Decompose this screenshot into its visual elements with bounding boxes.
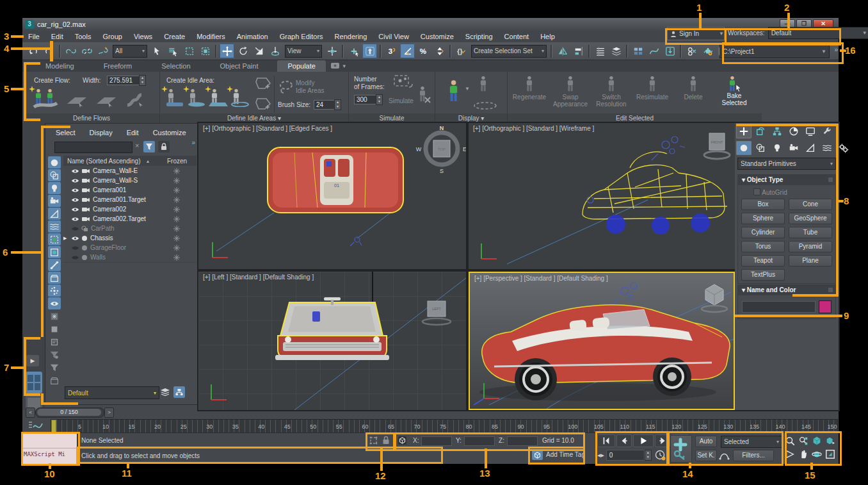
explorer-row-camera002.target[interactable]: Camera002.Target	[63, 214, 197, 224]
select-by-name-icon[interactable]	[166, 44, 181, 58]
angle-snap-icon[interactable]	[400, 44, 415, 58]
idle-standing-button[interactable]	[209, 88, 228, 107]
lock-explorer-icon[interactable]	[158, 141, 170, 152]
object-type-button-geosphere[interactable]: GeoSphere	[789, 213, 832, 224]
frozen-toggle-icon[interactable]	[173, 206, 180, 213]
brush-size-spinner[interactable]: ▲▼	[334, 99, 341, 110]
menu-civil-view[interactable]: Civil View	[373, 31, 414, 42]
category-dropdown[interactable]: Standard Primitives ▾	[737, 158, 836, 170]
visibility-eye-icon[interactable]	[71, 187, 79, 193]
frames-field[interactable]: 300	[354, 95, 377, 104]
display-people-button[interactable]	[446, 79, 462, 104]
search-input[interactable]	[54, 142, 133, 153]
ribbon-button-regenerate[interactable]: Regenerate	[509, 73, 550, 108]
reference-coordinate-system-dropdown[interactable]: View▾	[285, 45, 322, 58]
viewport-perspective-canvas[interactable]	[470, 273, 734, 409]
viewport-top-right[interactable]: [+] [Orthographic ] [Standard ] [Wirefra…	[469, 123, 735, 269]
frozen-toggle-icon[interactable]	[173, 177, 180, 184]
align-icon[interactable]	[571, 44, 586, 58]
snaps-toggle-icon[interactable]: 3	[384, 44, 399, 58]
ribbon-tab-object-paint[interactable]: Object Paint	[210, 60, 269, 72]
visibility-eye-icon[interactable]	[71, 197, 79, 203]
geometry-subtab[interactable]	[736, 141, 751, 155]
viewport-bottom-left[interactable]: [+] [Left ] [Standard ] [Default Shading…	[198, 272, 466, 410]
display-properties-icon[interactable]	[48, 336, 61, 348]
explorer-row-carpath[interactable]: CarPath	[63, 224, 197, 234]
modify-tab[interactable]	[753, 124, 768, 138]
render-setup-icon[interactable]	[700, 44, 715, 58]
object-name-input[interactable]	[742, 301, 816, 313]
ribbon-button-switch-resolution[interactable]: Switch Resolution	[591, 73, 632, 108]
explorer-row-walls[interactable]: Walls	[63, 252, 197, 263]
schematic-view-icon[interactable]	[663, 44, 677, 58]
object-type-button-teapot[interactable]: Teapot	[741, 255, 785, 267]
active-layer-dropdown[interactable]: Default ▾	[65, 386, 159, 399]
object-type-button-plane[interactable]: Plane	[789, 255, 832, 267]
space-warps-subtab[interactable]	[819, 141, 835, 155]
object-type-button-sphere[interactable]: Sphere	[741, 213, 785, 224]
select-and-place-icon[interactable]	[268, 44, 282, 58]
display-frozen-icon[interactable]	[48, 310, 61, 322]
display-xrefs-icon[interactable]	[48, 246, 61, 258]
use-pivot-point-center-icon[interactable]	[325, 44, 339, 58]
object-color-swatch[interactable]	[819, 300, 832, 313]
width-field[interactable]: 275.591	[107, 76, 140, 85]
explorer-row-camera001.target[interactable]: Camera001.Target	[63, 195, 197, 205]
menu-content[interactable]: Content	[499, 31, 535, 42]
object-type-button-cone[interactable]: Cone	[789, 199, 832, 210]
isolate-selection-icon[interactable]	[684, 44, 699, 58]
previous-frame-button[interactable]: <	[26, 407, 35, 418]
expand-panel-button[interactable]: ▶	[26, 355, 39, 366]
filter-icon[interactable]	[48, 361, 61, 374]
visibility-eye-icon[interactable]	[71, 206, 79, 213]
time-slider-track[interactable]: 0 / 150	[35, 407, 104, 418]
ribbon-tab-freeform[interactable]: Freeform	[93, 60, 143, 72]
brush-size-field[interactable]: 24	[314, 100, 335, 110]
visibility-eye-icon[interactable]	[71, 226, 79, 232]
explorer-row-garagefloor[interactable]: GarageFloor	[63, 243, 197, 253]
object-type-button-torus[interactable]: Torus	[741, 241, 785, 252]
menu-edit[interactable]: Edit	[45, 31, 69, 42]
explorer-menu-display[interactable]: Display	[90, 129, 113, 136]
helpers-subtab[interactable]	[803, 141, 818, 155]
display-cameras-icon[interactable]	[48, 195, 61, 207]
select-and-scale-icon[interactable]	[252, 44, 266, 58]
object-type-button-box[interactable]: Box	[741, 199, 785, 210]
create-tab[interactable]	[736, 124, 751, 138]
shapes-subtab[interactable]	[753, 141, 768, 155]
object-type-button-tube[interactable]: Tube	[789, 227, 832, 238]
menu-rendering[interactable]: Rendering	[329, 31, 373, 42]
explorer-row-chassis[interactable]: ▶Chassis	[63, 233, 197, 243]
object-type-button-textplus[interactable]: TextPlus	[741, 269, 785, 281]
explorer-menu-edit[interactable]: Edit	[127, 129, 139, 136]
subtract-idle-polygon-button[interactable]	[253, 96, 273, 110]
select-and-manipulate-icon[interactable]	[346, 44, 361, 58]
ribbon-flyout-icon[interactable]: ▾	[331, 60, 346, 72]
display-containers-icon[interactable]	[48, 272, 61, 284]
mini-curve-editor-icon[interactable]	[28, 420, 44, 431]
object-type-button-cylinder[interactable]: Cylinder	[741, 227, 785, 238]
scene-explorer-mode-icon[interactable]	[173, 386, 185, 398]
viewport-label[interactable]: [+] [Orthographic ] [Standard ] [Wirefra…	[473, 125, 594, 132]
ribbon-button-swap-appearance[interactable]: Swap Appearance	[550, 73, 591, 108]
frozen-toggle-icon[interactable]	[173, 245, 180, 251]
idle-ground-button[interactable]	[187, 88, 206, 107]
width-spinner[interactable]: ▲▼	[139, 75, 146, 86]
selection-filter-dropdown[interactable]: All▾	[113, 45, 147, 58]
define-flows-title[interactable]: Define Flows	[24, 113, 159, 123]
menu-file[interactable]: File	[22, 31, 45, 42]
display-groups-icon[interactable]	[48, 233, 61, 245]
viewport-layout-tab-quad[interactable]	[26, 372, 42, 393]
menu-scripting[interactable]: Scripting	[460, 31, 499, 42]
toggle-ribbon-icon[interactable]	[631, 44, 645, 58]
chevron-down-icon[interactable]: ▼	[465, 86, 470, 92]
frozen-toggle-icon[interactable]	[173, 187, 180, 193]
lights-subtab[interactable]	[769, 141, 785, 155]
viewport-bottom-right-active[interactable]: [+] [Perspective ] [Standard ] [Default …	[469, 272, 735, 410]
hierarchy-tab[interactable]	[769, 124, 785, 138]
display-lights-icon[interactable]	[48, 182, 61, 194]
ribbon-button-bake-selected[interactable]: Bake Selected	[714, 73, 755, 108]
rectangular-selection-region-icon[interactable]	[182, 44, 197, 58]
toggle-scene-explorer-icon[interactable]	[593, 44, 607, 58]
viewport-label[interactable]: [+] [Orthographic ] [Standard ] [Edged F…	[203, 125, 332, 132]
